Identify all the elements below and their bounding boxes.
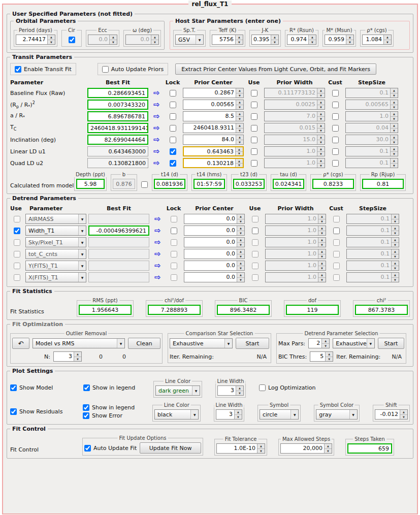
spinner-up-down-buttons[interactable] <box>400 410 407 419</box>
prior-center-spinner[interactable]: 0.00565 <box>183 100 244 110</box>
detrend-selection-method-dropdown[interactable]: Exhaustive <box>333 338 375 348</box>
spinner-up-down-buttons[interactable] <box>235 159 243 167</box>
spinner-up-down-buttons[interactable] <box>151 35 158 44</box>
prior-width-spinner[interactable]: 0.0025 <box>264 100 325 110</box>
spinner-up-down-buttons[interactable] <box>237 261 244 270</box>
use-prior-checkbox[interactable] <box>252 228 259 234</box>
detrend-parameter-dropdown[interactable]: AIRMASS <box>25 214 86 224</box>
use-prior-checkbox[interactable] <box>251 160 257 167</box>
max-allowed-steps-spinner[interactable]: 20,000 <box>280 443 332 454</box>
prior-width-spinner[interactable]: 1.0 <box>265 261 326 271</box>
custom-step-checkbox[interactable] <box>332 160 339 167</box>
use-detrend-checkbox[interactable] <box>14 274 20 281</box>
teff-spinner[interactable]: 5756 <box>212 35 243 45</box>
spinner-up-down-buttons[interactable] <box>318 238 326 247</box>
residuals-line-width-spinner[interactable]: 3 <box>216 409 242 420</box>
lock-checkbox[interactable] <box>171 239 177 246</box>
custom-step-checkbox[interactable] <box>333 251 340 258</box>
prior-width-spinner[interactable]: 1.0 <box>264 146 325 156</box>
step-size-spinner[interactable]: 30.0 <box>345 135 398 145</box>
spinner-up-down-buttons[interactable] <box>346 35 353 44</box>
use-prior-checkbox[interactable] <box>251 137 257 143</box>
spinner-up-down-buttons[interactable] <box>236 112 243 121</box>
transfer-best-fit-to-prior-button[interactable]: ⇨ <box>151 262 164 270</box>
step-size-spinner[interactable]: 1.0 <box>345 111 398 121</box>
use-detrend-checkbox[interactable] <box>14 263 20 269</box>
spinner-up-down-buttons[interactable] <box>317 112 325 121</box>
show-residuals-option[interactable]: Show Residuals <box>10 408 70 415</box>
spinner-up-down-buttons[interactable] <box>109 35 117 44</box>
step-size-spinner[interactable]: 0.1 <box>346 249 399 259</box>
lock-checkbox[interactable] <box>171 228 177 234</box>
use-detrend-checkbox[interactable] <box>14 216 20 222</box>
period-spinner[interactable]: 2.74417 <box>16 35 55 45</box>
model-show-in-legend-checkbox[interactable] <box>83 384 90 391</box>
eccentricity-spinner[interactable]: 0.0 <box>88 35 117 45</box>
spinner-up-down-buttons[interactable] <box>391 226 399 235</box>
enable-transit-fit-checkbox[interactable] <box>15 66 21 73</box>
shift-spinner[interactable]: -0.012 <box>375 409 408 420</box>
custom-step-checkbox[interactable] <box>333 274 340 281</box>
use-prior-checkbox[interactable] <box>251 113 257 120</box>
spinner-up-down-buttons[interactable] <box>47 35 55 44</box>
spinner-up-down-buttons[interactable] <box>318 261 326 270</box>
prior-center-spinner[interactable]: 2460418.9311 <box>183 123 244 133</box>
custom-step-checkbox[interactable] <box>332 137 339 143</box>
max-pars-spinner[interactable]: 2 <box>308 338 330 348</box>
mstar-spinner[interactable]: 0.959 <box>325 35 354 45</box>
spinner-up-down-buttons[interactable] <box>318 214 326 223</box>
outlier-method-dropdown[interactable]: Model vs RMS <box>33 338 125 348</box>
prior-width-spinner[interactable]: 1.0 <box>265 226 326 236</box>
lock-checkbox[interactable] <box>171 251 177 258</box>
spinner-up-down-buttons[interactable] <box>235 147 243 155</box>
detrend-parameter-dropdown[interactable]: Y(FITS)_T1 <box>25 261 86 271</box>
spinner-up-down-buttons[interactable] <box>321 339 329 348</box>
spinner-up-down-buttons[interactable] <box>236 386 243 395</box>
lock-checkbox[interactable] <box>170 125 176 132</box>
prior-center-spinner[interactable]: 0.0 <box>184 249 245 259</box>
prior-center-spinner[interactable]: 0.0 <box>184 261 245 271</box>
prior-width-spinner[interactable]: 15.0 <box>264 135 325 145</box>
spinner-up-down-buttons[interactable] <box>317 88 325 98</box>
detrend-parameter-dropdown[interactable]: Width_T1 <box>25 226 86 236</box>
transfer-best-fit-to-prior-button[interactable]: ⇨ <box>150 148 163 155</box>
spinner-up-down-buttons[interactable] <box>390 123 398 133</box>
use-prior-checkbox[interactable] <box>252 263 259 269</box>
spinner-up-down-buttons[interactable] <box>237 273 244 282</box>
prior-width-spinner[interactable]: 0.111773132 <box>264 88 325 98</box>
step-size-spinner[interactable]: 0.1 <box>345 146 398 156</box>
step-size-spinner[interactable]: 0.1 <box>346 272 399 282</box>
custom-step-checkbox[interactable] <box>333 239 340 246</box>
model-line-width-spinner[interactable]: 3 <box>217 385 244 396</box>
lock-checkbox[interactable] <box>171 216 177 222</box>
transfer-best-fit-to-prior-button[interactable]: ⇨ <box>150 136 163 144</box>
bic-thres-spinner[interactable]: 5 <box>310 351 333 362</box>
prior-center-spinner[interactable]: 0.0 <box>184 237 245 247</box>
circular-orbit-checkbox[interactable] <box>69 37 75 43</box>
spinner-up-down-buttons[interactable] <box>324 444 332 453</box>
custom-step-checkbox[interactable] <box>332 113 339 120</box>
step-size-spinner[interactable]: 0.04 <box>345 123 398 133</box>
update-fit-now-button[interactable]: Update Fit Now <box>140 442 201 454</box>
prior-center-spinner[interactable]: 84.0 <box>183 135 244 145</box>
spinner-up-down-buttons[interactable] <box>390 135 398 144</box>
use-prior-checkbox[interactable] <box>251 125 257 132</box>
use-prior-checkbox[interactable] <box>252 239 259 246</box>
clean-button[interactable]: Clean <box>128 338 160 349</box>
spectral-type-dropdown[interactable]: G5V <box>175 35 204 45</box>
log-optimization-checkbox[interactable] <box>259 384 266 391</box>
spinner-up-down-buttons[interactable] <box>317 100 325 109</box>
auto-update-fit-option[interactable]: Auto Update Fit <box>84 445 137 452</box>
spinner-up-down-buttons[interactable] <box>237 238 244 247</box>
spinner-up-down-buttons[interactable] <box>391 273 399 282</box>
spinner-up-down-buttons[interactable] <box>325 352 333 361</box>
custom-step-checkbox[interactable] <box>333 228 340 234</box>
spinner-up-down-buttons[interactable] <box>390 147 398 156</box>
step-size-spinner[interactable]: 0.1 <box>346 261 399 271</box>
use-prior-checkbox[interactable] <box>251 102 257 108</box>
spinner-up-down-buttons[interactable] <box>271 35 278 44</box>
spinner-up-down-buttons[interactable] <box>318 226 326 235</box>
spinner-up-down-buttons[interactable] <box>236 123 243 133</box>
use-detrend-checkbox[interactable] <box>14 239 20 246</box>
prior-width-spinner[interactable]: 1.0 <box>265 214 326 224</box>
